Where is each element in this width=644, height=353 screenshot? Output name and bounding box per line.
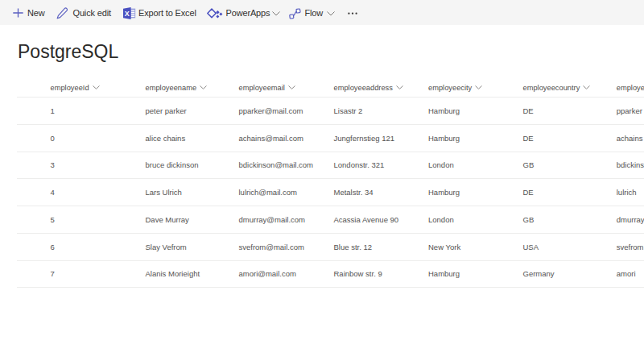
svg-text:X: X — [124, 10, 129, 18]
